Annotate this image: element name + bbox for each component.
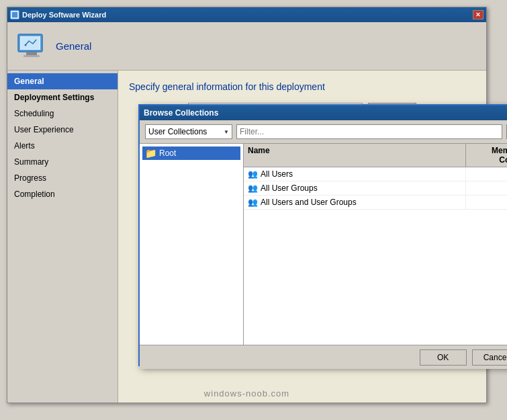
cancel-btn[interactable]: Cancel <box>472 349 507 366</box>
user-groups-icon: 👥 <box>248 183 258 193</box>
dialog-title: Browse Collections <box>144 108 218 118</box>
list-panel: Name Member Count 👥 All Users 6 <box>244 144 507 345</box>
svg-rect-5 <box>24 55 40 57</box>
chevron-down-icon: ▼ <box>224 129 229 135</box>
main-panel: Specify general information for this dep… <box>118 71 486 403</box>
sidebar-item-scheduling[interactable]: Scheduling <box>7 106 118 122</box>
sidebar-item-alerts[interactable]: Alerts <box>7 138 118 154</box>
folder-icon: 📁 <box>145 148 156 159</box>
tree-item-root[interactable]: 📁 Root <box>142 146 240 160</box>
content-area: General Deployment Settings Scheduling U… <box>7 71 486 403</box>
main-title: Deploy Software Wizard <box>22 11 106 19</box>
browse-collections-dialog: Browse Collections ✕ User Collections ▼ … <box>138 104 507 366</box>
list-row-all-user-groups[interactable]: 👥 All User Groups 19 <box>244 181 507 196</box>
dropdown-value: User Collections <box>148 127 207 136</box>
watermark: windows-noob.com <box>7 388 486 398</box>
ok-btn[interactable]: OK <box>420 349 467 366</box>
sidebar-item-completion[interactable]: Completion <box>7 186 118 202</box>
window-icon <box>10 10 19 19</box>
dialog-toolbar: User Collections ▼ 🔍 <box>140 120 507 143</box>
col-member-count: Member Count <box>466 144 507 167</box>
dialog-footer: OK Cancel <box>140 345 507 369</box>
sidebar-item-deployment-settings[interactable]: Deployment Settings <box>7 89 118 106</box>
panel-title: Specify general information for this dep… <box>129 81 475 92</box>
dialog-content: 📁 Root Name Member Count 👥 <box>140 143 507 345</box>
main-header: General <box>7 22 486 71</box>
all-users-groups-icon: 👥 <box>248 198 258 207</box>
list-header: Name Member Count <box>244 144 507 167</box>
main-window: Deploy Software Wizard ✕ General General… <box>7 7 487 403</box>
users-icon: 👥 <box>248 169 258 179</box>
filter-input[interactable] <box>236 124 502 139</box>
sidebar-item-general[interactable]: General <box>7 73 118 89</box>
list-row-all-users[interactable]: 👥 All Users 6 <box>244 167 507 181</box>
header-title: General <box>56 40 91 52</box>
list-row-all-users-and-groups[interactable]: 👥 All Users and User Groups 25 <box>244 196 507 210</box>
main-title-bar: Deploy Software Wizard ✕ <box>7 7 486 22</box>
sidebar-item-summary[interactable]: Summary <box>7 154 118 170</box>
computer-icon <box>15 30 48 62</box>
tree-item-label: Root <box>159 149 176 158</box>
tree-panel: 📁 Root <box>140 144 244 345</box>
svg-point-7 <box>25 44 27 46</box>
collection-type-dropdown[interactable]: User Collections ▼ <box>145 124 232 139</box>
svg-rect-4 <box>26 52 37 55</box>
dialog-title-bar: Browse Collections ✕ <box>140 106 507 120</box>
sidebar-item-user-experience[interactable]: User Experience <box>7 122 118 138</box>
col-name: Name <box>244 144 466 167</box>
svg-rect-6 <box>21 37 40 49</box>
main-close-btn[interactable]: ✕ <box>473 10 483 19</box>
svg-rect-1 <box>13 13 17 16</box>
sidebar: General Deployment Settings Scheduling U… <box>7 71 118 403</box>
sidebar-item-progress[interactable]: Progress <box>7 170 118 186</box>
